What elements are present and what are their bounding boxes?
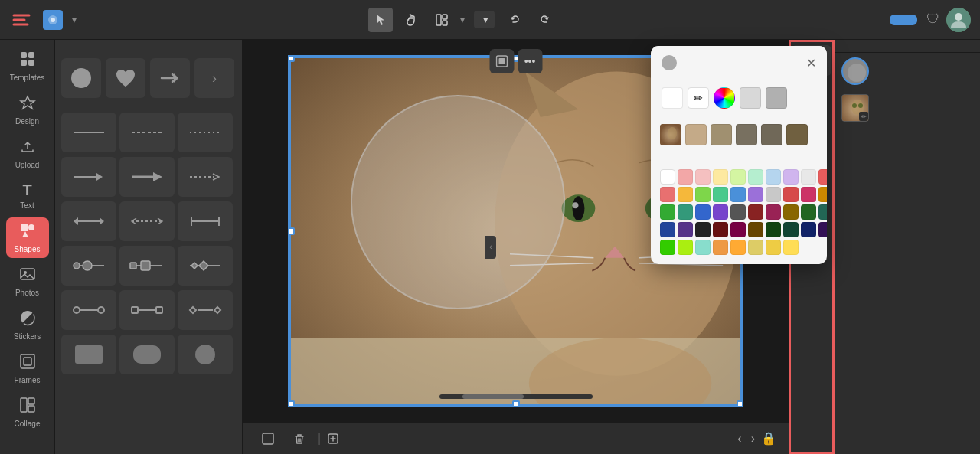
next-page-button[interactable]: ›	[751, 432, 755, 446]
color-charcoal[interactable]	[695, 222, 710, 237]
color-magenta[interactable]	[801, 187, 816, 202]
shape-circle-thumb[interactable]	[178, 335, 233, 374]
collapse-panel-button[interactable]: ‹	[485, 236, 496, 259]
color-maroon[interactable]	[713, 222, 728, 237]
color-yellow-green[interactable]	[678, 240, 693, 255]
shape-dotted-line[interactable]	[178, 113, 233, 152]
color-medium-gray[interactable]	[730, 204, 746, 220]
color-deep-magenta[interactable]	[730, 222, 746, 237]
title-chevron-icon[interactable]: ▾	[72, 15, 77, 25]
export-button[interactable]	[890, 15, 917, 25]
recent-heart-thumb[interactable]	[106, 58, 145, 98]
redo-button[interactable]	[531, 8, 556, 32]
shape-line-diamond-ends[interactable]	[178, 290, 233, 330]
color-violet[interactable]	[713, 204, 728, 220]
delete-page-button[interactable]	[287, 430, 312, 448]
color-lavender[interactable]	[783, 169, 799, 185]
sidebar-item-photos[interactable]: Photos	[6, 261, 49, 302]
shape-double-arrow[interactable]	[61, 201, 116, 241]
recent-arrow-thumb[interactable]	[150, 58, 190, 98]
color-dark-violet[interactable]	[818, 222, 827, 237]
color-dark-red[interactable]	[783, 187, 799, 202]
photo-color-3[interactable]	[736, 124, 757, 145]
color-royal-blue[interactable]	[695, 204, 710, 220]
sidebar-item-templates[interactable]: Templates	[6, 46, 49, 87]
shape-slider-circle[interactable]	[61, 246, 116, 286]
color-dark-brown[interactable]	[748, 222, 763, 237]
handle-bot-mid[interactable]	[512, 400, 520, 407]
color-forest[interactable]	[801, 204, 816, 220]
layout-chevron-icon[interactable]: ▾	[460, 15, 465, 25]
color-light-blue[interactable]	[766, 169, 781, 185]
color-mint[interactable]	[748, 169, 763, 185]
shape-double-arrow-dotted[interactable]	[119, 201, 175, 241]
photo-color-1[interactable]	[685, 124, 707, 145]
sidebar-item-frames[interactable]: Frames	[6, 348, 49, 389]
sidebar-item-upload[interactable]: Upload	[6, 133, 49, 174]
color-amber[interactable]	[818, 187, 827, 202]
cursor-tool-button[interactable]	[368, 8, 393, 32]
layer-item-circle[interactable]	[835, 53, 980, 90]
shape-arrow-right[interactable]	[61, 157, 116, 197]
shape-line-circle-ends[interactable]	[61, 290, 116, 330]
color-red[interactable]	[818, 169, 827, 185]
color-cyan-light[interactable]	[695, 240, 710, 255]
doc-color-rainbow-button[interactable]	[714, 87, 735, 109]
add-page-button[interactable]	[327, 433, 344, 445]
handle-top-left[interactable]	[288, 55, 295, 62]
shape-measure-line[interactable]	[178, 201, 233, 241]
handle-bot-left[interactable]	[288, 400, 295, 407]
recent-circle-thumb[interactable]	[61, 58, 101, 98]
handle-mid-left[interactable]	[288, 227, 295, 235]
color-purple[interactable]	[748, 187, 763, 202]
color-orange[interactable]	[678, 187, 693, 202]
shape-line-square-ends[interactable]	[119, 290, 175, 330]
color-crimson[interactable]	[766, 204, 781, 220]
color-blue[interactable]	[730, 187, 746, 202]
color-dark-green[interactable]	[766, 222, 781, 237]
lock-icon[interactable]: 🔒	[761, 431, 776, 446]
color-peach[interactable]	[713, 240, 728, 255]
color-light-gray2[interactable]	[801, 169, 816, 185]
shape-arrow-dotted[interactable]	[178, 157, 233, 197]
page-thumbnail-button[interactable]	[255, 429, 281, 449]
color-gray3[interactable]	[766, 187, 781, 202]
zoom-control[interactable]: ▾	[474, 11, 495, 28]
color-teal[interactable]	[713, 187, 728, 202]
doc-color-white[interactable]	[662, 87, 683, 109]
photo-color-5[interactable]	[786, 124, 808, 145]
color-warm-orange[interactable]	[730, 240, 746, 255]
layout-tool-button[interactable]	[430, 8, 454, 32]
canvas-page-icon-button[interactable]	[489, 49, 514, 73]
sidebar-item-design[interactable]: Design	[6, 90, 49, 130]
app-logo[interactable]	[9, 8, 34, 32]
sidebar-item-stickers[interactable]: Stickers	[6, 305, 49, 345]
undo-button[interactable]	[504, 8, 528, 32]
doc-color-light-gray[interactable]	[740, 87, 761, 109]
shape-rounded-rect[interactable]	[119, 335, 175, 374]
layer-item-photo[interactable]: ✏	[835, 90, 980, 126]
shape-arrow-thick[interactable]	[119, 157, 175, 197]
prev-page-button[interactable]: ‹	[737, 432, 741, 446]
color-indigo[interactable]	[678, 222, 693, 237]
shape-slider-square[interactable]	[119, 246, 175, 286]
doc-color-picker-button[interactable]: ✏	[688, 87, 709, 109]
shape-solid-line[interactable]	[61, 113, 116, 152]
color-dark-sea[interactable]	[783, 222, 799, 237]
handle-bot-right[interactable]	[737, 400, 743, 407]
color-dark-teal[interactable]	[818, 204, 827, 220]
doc-color-gray[interactable]	[766, 87, 787, 109]
color-green[interactable]	[695, 187, 710, 202]
color-yellow[interactable]	[713, 169, 728, 185]
user-avatar[interactable]	[946, 8, 971, 32]
horizontal-scrollbar[interactable]	[439, 394, 593, 399]
sidebar-item-collage[interactable]: Collage	[6, 392, 49, 433]
fill-popup-close-button[interactable]: ✕	[806, 56, 816, 70]
color-dark-red2[interactable]	[748, 204, 763, 220]
sidebar-item-shapes[interactable]: Shapes	[6, 217, 49, 258]
photo-color-2[interactable]	[710, 124, 732, 145]
color-pink[interactable]	[695, 169, 710, 185]
color-med-green[interactable]	[660, 204, 675, 220]
shape-slider-diamond[interactable]	[178, 246, 233, 286]
color-light-pink[interactable]	[678, 169, 693, 185]
